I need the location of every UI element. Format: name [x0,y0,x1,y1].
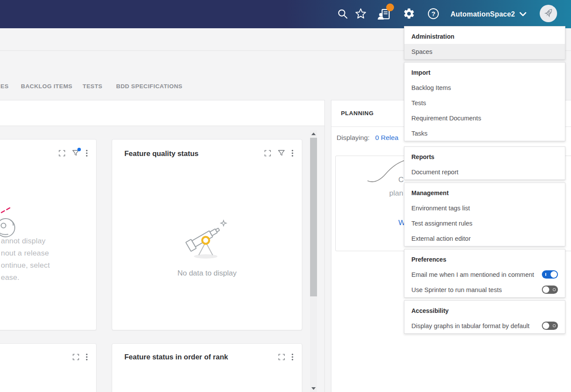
menu-section-title: Preferences [404,249,565,267]
releases-link[interactable]: 0 Relea [375,134,398,142]
widget-title: Feature quality status [124,149,199,158]
menu-section-preferences: Preferences Email me when I am mentioned… [404,249,565,298]
chevron-down-icon [519,12,527,17]
empty-message-line: ontinue, select [1,261,50,270]
expand-icon[interactable] [278,353,285,361]
no-data-text: No data to display [177,269,237,278]
menu-item-environment-tags-list[interactable]: Environment tags list [404,200,565,216]
menu-item-external-action-editor[interactable]: External action editor [404,231,565,246]
toggle-label: Display graphs in tabular format by defa… [411,322,530,329]
menu-section-title: Administration [404,27,565,44]
arrow-up-icon [311,133,316,135]
kebab-menu-icon[interactable] [86,353,88,361]
menu-section-reports: Reports Document report [404,146,565,180]
filter-icon[interactable] [277,149,285,157]
filter-icon[interactable] [72,149,80,157]
menu-item-spaces[interactable]: Spaces [404,44,565,59]
use-sprinter-toggle[interactable] [542,286,558,294]
widget-feature-quality-status: Feature quality status [112,139,302,330]
menu-item-tabular-graphs: Display graphs in tabular format by defa… [404,318,565,333]
tab-tests[interactable]: TESTS [83,83,103,90]
displaying-label: Displaying: [337,134,370,142]
menu-item-test-assignment-rules[interactable]: Test assignment rules [404,216,565,231]
widget-bottom-left [0,343,97,392]
kebab-menu-icon[interactable] [291,353,294,361]
empty-message-line: ease. [1,273,20,282]
settings-gear-icon[interactable] [403,7,415,22]
user-settings-dropdown: Administration Spaces Import Backlog Ite… [404,26,565,336]
widget-feature-status-rank: Feature status in order of rank [112,343,302,392]
scroll-up-button[interactable] [310,130,317,137]
help-icon[interactable]: ? [427,8,439,21]
menu-item-tasks[interactable]: Tasks [404,126,565,141]
content-divider-line [324,100,325,392]
menu-section-title: Management [404,183,565,200]
scroll-down-button[interactable] [310,385,317,392]
empty-message-line: nout a release [1,249,49,258]
menu-section-import: Import Backlog Items Tests Requirement D… [404,62,565,141]
filter-active-dot [77,148,81,151]
top-navigation-bar: ? AutomationSpace2 [0,0,571,28]
expand-icon[interactable] [264,149,271,157]
arrow-down-icon [311,387,316,390]
app-screen: ES BACKLOG ITEMS TESTS BDD SPECIFICATION… [0,0,571,392]
menu-item-use-sprinter: Use Sprinter to run manual tests [404,282,565,297]
toggle-label: Email me when I am mentioned in comment [411,271,534,278]
space-switcher[interactable]: AutomationSpace2 [451,0,527,28]
menu-section-administration: Administration Spaces [404,26,565,60]
space-name: AutomationSpace2 [451,10,515,18]
kebab-menu-icon[interactable] [291,149,294,157]
notification-badge [386,3,394,11]
search-icon[interactable] [337,8,348,21]
svg-text:?: ? [431,10,435,17]
rocket-icon [542,7,554,20]
planning-text-fragment: plan [389,189,403,198]
user-avatar[interactable] [540,5,557,22]
favorites-star-icon[interactable] [355,8,367,21]
menu-item-backlog-items[interactable]: Backlog Items [404,80,565,95]
menu-item-tests[interactable]: Tests [404,95,565,110]
expand-icon[interactable] [58,149,66,157]
email-mention-toggle[interactable] [542,270,558,279]
kebab-menu-icon[interactable] [86,149,88,157]
dashboard-toolbar [0,100,325,126]
tab-features-cut[interactable]: ES [0,83,9,90]
globe-comet-icon [0,203,23,242]
empty-message-line: annot display [1,237,46,246]
toggle-label: Use Sprinter to run manual tests [411,286,502,293]
widget-title: Feature status in order of rank [124,353,228,361]
planning-title: PLANNING [341,110,374,116]
menu-item-document-report[interactable]: Document report [404,164,565,179]
menu-section-management: Management Environment tags list Test as… [404,183,565,246]
menu-section-title: Reports [404,147,565,164]
menu-section-title: Accessibility [404,301,565,318]
vertical-scrollbar[interactable] [310,130,317,392]
tabular-graphs-toggle[interactable] [542,322,558,330]
expand-icon[interactable] [72,353,80,361]
menu-section-title: Import [404,63,565,80]
telescope-icon [179,214,235,263]
menu-item-email-mention: Email me when I am mentioned in comment [404,267,565,282]
scrollbar-thumb[interactable] [310,138,317,296]
tab-bdd-specifications[interactable]: BDD SPECIFICATIONS [116,83,182,90]
tab-backlog-items[interactable]: BACKLOG ITEMS [21,83,72,90]
menu-item-requirement-documents[interactable]: Requirement Documents [404,110,565,126]
menu-section-accessibility: Accessibility Display graphs in tabular … [404,300,565,334]
planning-text-fragment: C [398,176,404,184]
